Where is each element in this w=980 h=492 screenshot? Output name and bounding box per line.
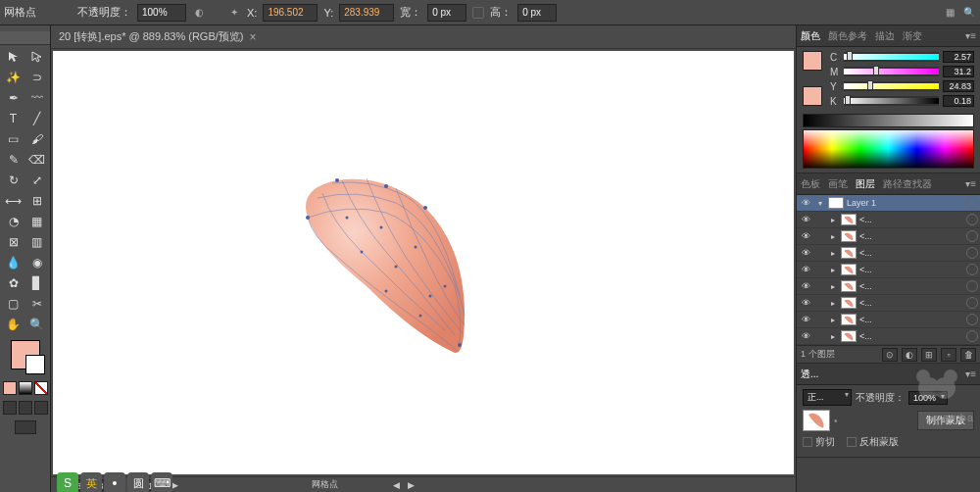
blend-mode-dropdown[interactable]: 正... (803, 389, 852, 406)
opacity-field[interactable]: 100% (137, 4, 186, 22)
expand-icon[interactable]: ▸ (828, 232, 838, 241)
y-slider[interactable] (844, 81, 939, 91)
make-mask-button[interactable]: 制作蒙版 (917, 411, 974, 430)
mesh-tool[interactable]: ⊠ (2, 232, 24, 252)
direct-selection-tool[interactable] (25, 47, 48, 67)
new-sublayer-icon[interactable]: ⊞ (921, 348, 937, 362)
target-icon[interactable] (966, 297, 978, 309)
k-slider[interactable] (844, 96, 939, 106)
layer-row[interactable]: 👁▸<... (797, 328, 980, 345)
ime-icon-3[interactable]: • (104, 472, 125, 492)
line-tool[interactable]: ╱ (25, 109, 48, 128)
opacity-dropdown[interactable]: 100% (908, 391, 948, 405)
visibility-icon[interactable]: 👁 (799, 263, 812, 276)
opacity-thumb[interactable] (803, 410, 830, 431)
hand-tool[interactable]: ✋ (2, 315, 24, 334)
layers-menu-icon[interactable]: ▾≡ (965, 178, 976, 189)
target-icon[interactable] (966, 314, 978, 325)
new-layer-icon[interactable]: ▫ (941, 348, 956, 362)
y-value[interactable]: 24.83 (943, 80, 974, 92)
fill-stroke-swatch[interactable] (11, 340, 40, 369)
fill-swatch[interactable] (803, 51, 822, 71)
visibility-icon[interactable]: 👁 (799, 329, 812, 343)
make-clipping-mask-icon[interactable]: ◐ (902, 348, 917, 362)
scroll-left-icon[interactable]: ◀ (393, 480, 400, 490)
locate-object-icon[interactable]: ⊙ (882, 348, 898, 362)
visibility-icon[interactable]: 👁 (799, 296, 812, 310)
blend-tool[interactable]: ◉ (25, 253, 48, 272)
ime-icon-1[interactable]: S (57, 472, 78, 492)
tab-color[interactable]: 颜色 (801, 29, 820, 43)
gradient-tool[interactable]: ▥ (25, 232, 48, 252)
expand-icon[interactable]: ▸ (828, 316, 838, 324)
perspective-tool[interactable]: ▦ (25, 212, 48, 231)
expand-icon[interactable]: ▾ (815, 199, 825, 208)
layer-row[interactable]: 👁▸<... (797, 212, 980, 228)
visibility-icon[interactable]: 👁 (799, 313, 812, 326)
c-slider[interactable] (844, 52, 939, 62)
visibility-icon[interactable]: 👁 (799, 196, 812, 210)
visibility-icon[interactable]: 👁 (799, 246, 812, 260)
curvature-tool[interactable]: 〰 (25, 88, 48, 108)
draw-behind-icon[interactable] (19, 401, 32, 415)
expand-icon[interactable]: ▸ (828, 249, 838, 258)
panel-menu-icon[interactable]: ▾≡ (965, 30, 976, 41)
visibility-icon[interactable]: 👁 (799, 229, 812, 243)
canvas[interactable] (53, 51, 794, 474)
layer-row[interactable]: 👁▸<... (797, 295, 980, 312)
w-field[interactable]: 0 px (427, 4, 466, 22)
anchor-icon[interactable]: ✦ (227, 6, 241, 20)
stroke-swatch[interactable] (803, 86, 822, 106)
layer-row-top[interactable]: 👁▾Layer 1 (797, 195, 980, 212)
style-icon[interactable]: ◐ (192, 6, 206, 20)
artboard-tool[interactable]: ▢ (2, 294, 24, 314)
draw-inside-icon[interactable] (34, 401, 48, 415)
scale-tool[interactable]: ⤢ (25, 171, 48, 190)
ime-icon-4[interactable]: 圆 (127, 472, 149, 492)
h-field[interactable]: 0 px (517, 4, 557, 22)
y-field[interactable]: 283.939 (339, 4, 394, 22)
shape-builder-tool[interactable]: ◔ (2, 212, 24, 231)
none-mode-icon[interactable] (34, 381, 48, 395)
target-icon[interactable] (966, 264, 978, 275)
zoom-tool[interactable]: 🔍 (25, 315, 48, 334)
search-icon[interactable]: 🔍 (962, 6, 976, 20)
width-tool[interactable]: ⟷ (2, 191, 24, 211)
paintbrush-tool[interactable]: 🖌 (25, 129, 48, 149)
magic-wand-tool[interactable]: ✨ (2, 68, 24, 87)
eraser-tool[interactable]: ⌫ (25, 150, 48, 170)
tab-gradient[interactable]: 渐变 (903, 29, 922, 43)
close-icon[interactable]: × (249, 30, 256, 44)
rotate-tool[interactable]: ↻ (2, 171, 24, 190)
selection-tool[interactable] (2, 47, 24, 67)
slice-tool[interactable]: ✂ (25, 294, 48, 314)
delete-layer-icon[interactable]: 🗑 (960, 348, 976, 362)
visibility-icon[interactable]: 👁 (799, 279, 812, 293)
k-value[interactable]: 0.18 (943, 95, 974, 107)
eyedropper-tool[interactable]: 💧 (2, 253, 24, 272)
target-icon[interactable] (966, 214, 978, 225)
m-value[interactable]: 31.2 (943, 66, 974, 77)
tab-layers[interactable]: 图层 (856, 177, 875, 191)
tab-color-guide[interactable]: 颜色参考 (828, 29, 867, 43)
document-tab[interactable]: 20 [转换].eps* @ 889.83% (RGB/预览) × (51, 25, 796, 49)
symbol-sprayer-tool[interactable]: ✿ (2, 273, 24, 293)
target-icon[interactable] (966, 197, 978, 209)
rectangle-tool[interactable]: ▭ (2, 129, 24, 149)
target-icon[interactable] (966, 247, 978, 259)
expand-icon[interactable]: ▸ (828, 266, 838, 274)
layer-row[interactable]: 👁▸<... (797, 312, 980, 328)
layer-row[interactable]: 👁▸<... (797, 278, 980, 295)
spectrum-picker[interactable] (803, 129, 974, 169)
link-wh-icon[interactable] (472, 7, 484, 19)
target-icon[interactable] (966, 230, 978, 242)
layer-row[interactable]: 👁▸<... (797, 262, 980, 278)
expand-icon[interactable]: ▸ (828, 216, 838, 224)
layer-row[interactable]: 👁▸<... (797, 228, 980, 245)
pen-tool[interactable]: ✒ (2, 88, 24, 108)
m-slider[interactable] (844, 67, 939, 76)
c-value[interactable]: 2.57 (943, 51, 974, 63)
tab-pathfinder[interactable]: 路径查找器 (883, 177, 932, 191)
lasso-tool[interactable]: ⊃ (25, 68, 48, 87)
ime-icon-2[interactable]: 英 (80, 472, 102, 492)
